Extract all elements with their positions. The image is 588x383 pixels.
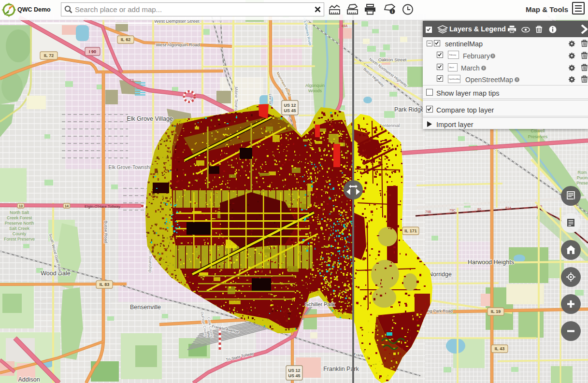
svg-text:Forest Preserve: Forest Preserve	[4, 237, 35, 241]
svg-text:IL 19: IL 19	[491, 309, 501, 314]
svg-text:IL 62: IL 62	[121, 37, 130, 42]
svg-text:IL 43: IL 43	[495, 346, 504, 351]
svg-text:North Salt: North Salt	[10, 210, 29, 215]
svg-text:Lee St: Lee St	[268, 94, 272, 105]
svg-text:Harwood Heights: Harwood Heights	[468, 259, 514, 266]
svg-text:Prese: Prese	[576, 181, 588, 185]
svg-text:Algonquin: Algonquin	[305, 83, 325, 88]
svg-text:73: 73	[129, 78, 134, 83]
svg-text:Woods: Woods	[308, 88, 322, 93]
svg-text:Preserve North: Preserve North	[5, 221, 34, 226]
svg-text:Oakton Street: Oakton Street	[378, 57, 407, 62]
svg-text:73: 73	[190, 96, 195, 101]
svg-text:i: i	[392, 9, 393, 14]
svg-text:US 45: US 45	[284, 108, 296, 113]
svg-text:Bensenville: Bensenville	[130, 304, 161, 311]
svg-text:79C: 79C	[449, 209, 456, 212]
svg-text:Addison: Addison	[18, 376, 40, 383]
svg-text:Creek Forest: Creek Forest	[7, 215, 32, 220]
svg-text:Norridge: Norridge	[429, 271, 452, 278]
svg-text:Elgin-O'Hare Tollway: Elgin-O'Hare Tollway	[85, 204, 120, 209]
svg-text:81A: 81A	[505, 206, 512, 210]
svg-text:13: 13	[19, 204, 23, 208]
svg-text:Rom: Rom	[577, 170, 587, 175]
svg-text:Park Ridge: Park Ridge	[394, 106, 424, 113]
svg-text:44A: 44A	[342, 24, 348, 28]
svg-text:Schiller Park: Schiller Park	[305, 301, 335, 307]
svg-text:Elk Grove Village: Elk Grove Village	[127, 115, 173, 122]
svg-text:79B: 79B	[425, 210, 431, 213]
svg-text:Pucin: Pucin	[577, 175, 588, 180]
svg-text:US 12: US 12	[288, 368, 300, 373]
svg-text:IL 171: IL 171	[404, 228, 416, 233]
svg-text:Colwell: Colwell	[531, 128, 545, 133]
svg-text:County: County	[13, 231, 27, 236]
svg-text:Elk Grove-Township: Elk Grove-Township	[108, 164, 154, 170]
svg-text:IL 83: IL 83	[100, 282, 109, 287]
svg-text:I 90: I 90	[89, 49, 96, 54]
svg-text:US 45: US 45	[288, 373, 300, 378]
svg-text:US 12: US 12	[284, 103, 296, 108]
svg-text:IL 72: IL 72	[44, 53, 54, 58]
svg-text:80: 80	[477, 208, 481, 211]
svg-text:Salt Creek: Salt Creek	[9, 226, 30, 231]
svg-text:14: 14	[65, 204, 69, 208]
svg-text:Busse Road: Busse Road	[103, 221, 108, 243]
svg-text:West Algonquin Road: West Algonquin Road	[156, 42, 200, 47]
svg-text:Preserves: Preserves	[528, 134, 548, 139]
svg-text:Wood Dale: Wood Dale	[41, 270, 71, 277]
